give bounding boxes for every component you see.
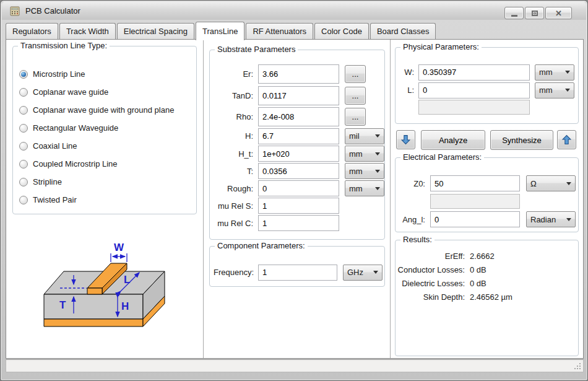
radio-label: Coplanar wave guide with ground plane [33,105,174,115]
tand-input[interactable] [258,86,339,105]
copy-up-button[interactable] [557,130,576,149]
minimize-button[interactable] [504,7,524,19]
radio-rectangular-waveguide[interactable]: Rectangular Waveguide [13,119,196,137]
rough-input[interactable] [258,180,339,196]
frequency-input[interactable] [258,265,337,281]
app-window: PCB Calculator ✕ Regulators Track Width … [0,0,588,381]
radio-stripline[interactable]: Stripline [13,173,196,191]
rho-browse-button[interactable]: ... [345,108,366,126]
radio-button-icon [19,106,28,115]
chevron-down-icon [375,187,380,190]
tab-rf-attenuators[interactable]: RF Attenuators [246,23,313,40]
radio-coaxial-line[interactable]: Coaxial Line [13,137,196,155]
minimize-icon [511,15,517,17]
er-input[interactable] [258,64,339,84]
result-skin-depth: Skin Depth:2.46562 µm [396,291,578,304]
result-value: 0 dB [470,277,486,291]
result-label: Skin Depth: [396,291,465,304]
calculator-icon [10,6,20,16]
radio-coplanar-wave-guide[interactable]: Coplanar wave guide [13,83,196,101]
group-label: Component Parameters: [215,241,308,250]
tab-regulators[interactable]: Regulators [6,23,58,40]
tab-bar: Regulators Track Width Electrical Spacin… [6,21,582,40]
tab-transline[interactable]: TransLine [196,22,244,40]
ang-l-label: Ang_l: [396,215,425,224]
chevron-down-icon [375,170,380,173]
tab-track-width[interactable]: Track Width [59,23,116,40]
resize-grip[interactable] [573,362,582,370]
ht-input[interactable] [258,146,339,162]
radio-button-icon [19,70,28,79]
copy-down-button[interactable] [396,130,415,149]
mu-rel-c-input[interactable] [258,215,339,231]
radio-button-icon [19,178,28,186]
mu-rel-c-label: mu Rel C: [210,219,253,228]
rough-label: Rough: [210,184,253,193]
w-unit-select[interactable]: mm [535,64,574,81]
frequency-unit-select[interactable]: GHz [343,265,383,281]
group-label: Results: [400,235,435,244]
ang-l-unit-value: Radian [530,215,564,224]
status-bar [6,359,584,372]
tab-board-classes[interactable]: Board Classes [370,23,436,40]
radio-coplanar-ground-plane[interactable]: Coplanar wave guide with ground plane [13,101,196,119]
radio-microstrip-line[interactable]: Microstrip Line [13,65,196,83]
physical-aux-field [418,100,530,115]
result-dielectric-losses: Dielectric Losses:0 dB [396,277,578,291]
t-input[interactable] [258,163,339,179]
panel-divider-left [203,40,204,358]
radio-button-icon [19,142,28,151]
arrow-down-icon [400,134,411,145]
transline-page: Transmission Line Type: Microstrip Line … [6,39,584,359]
ang-l-unit-select[interactable]: Radian [526,211,576,227]
diagram-label-t: T [59,299,66,311]
close-icon: ✕ [555,9,562,17]
radio-coupled-microstrip-line[interactable]: Coupled Microstrip Line [13,155,196,173]
ang-l-input[interactable] [430,211,520,227]
mu-rel-s-input[interactable] [258,198,339,214]
window-title: PCB Calculator [25,2,80,20]
tab-color-code[interactable]: Color Code [314,23,369,40]
radio-label: Rectangular Waveguide [33,123,118,133]
chevron-down-icon [375,152,380,155]
close-button[interactable]: ✕ [545,7,572,19]
arrow-up-icon [561,134,572,145]
analyze-button[interactable]: Analyze [421,130,485,150]
title-bar[interactable]: PCB Calculator ✕ [2,2,586,20]
h-unit-select[interactable]: mil [345,128,384,144]
diagram-label-h: H [121,300,129,312]
frequency-unit-value: GHz [347,268,371,277]
maximize-button[interactable] [525,7,544,19]
radio-twisted-pair[interactable]: Twisted Pair [13,191,196,209]
rho-input[interactable] [258,107,339,126]
w-input[interactable] [418,64,530,81]
t-unit-select[interactable]: mm [345,163,384,179]
microstrip-diagram-image: W L T H [38,232,181,337]
er-browse-button[interactable]: ... [345,65,366,83]
ht-unit-select[interactable]: mm [345,146,384,162]
h-input[interactable] [258,128,339,144]
radio-label: Coupled Microstrip Line [33,159,118,169]
group-label: Transmission Line Type: [18,41,110,50]
group-label: Physical Parameters: [400,42,482,51]
rough-unit-select[interactable]: mm [345,180,384,196]
l-input[interactable] [418,82,530,99]
chevron-down-icon [566,182,571,185]
l-unit-select[interactable]: mm [535,82,574,99]
physical-parameters-group: Physical Parameters: W:mm L:mm [395,47,579,124]
z0-unit-value: Ω [530,179,564,188]
w-label: W: [396,68,414,77]
chevron-down-icon [375,134,380,138]
synthesize-button[interactable]: Synthesize [490,130,553,150]
diagram-label-w: W [114,242,124,253]
chevron-down-icon [373,271,378,274]
tand-label: TanD: [210,91,253,100]
tab-electrical-spacing[interactable]: Electrical Spacing [117,23,194,40]
tand-browse-button[interactable]: ... [345,87,366,105]
z0-input[interactable] [430,175,520,191]
l-label: L: [396,85,414,95]
result-value: 2.6662 [470,250,495,263]
z0-unit-select[interactable]: Ω [526,175,576,191]
t-label: T: [210,167,253,176]
group-label: Substrate Parameters [215,45,298,54]
